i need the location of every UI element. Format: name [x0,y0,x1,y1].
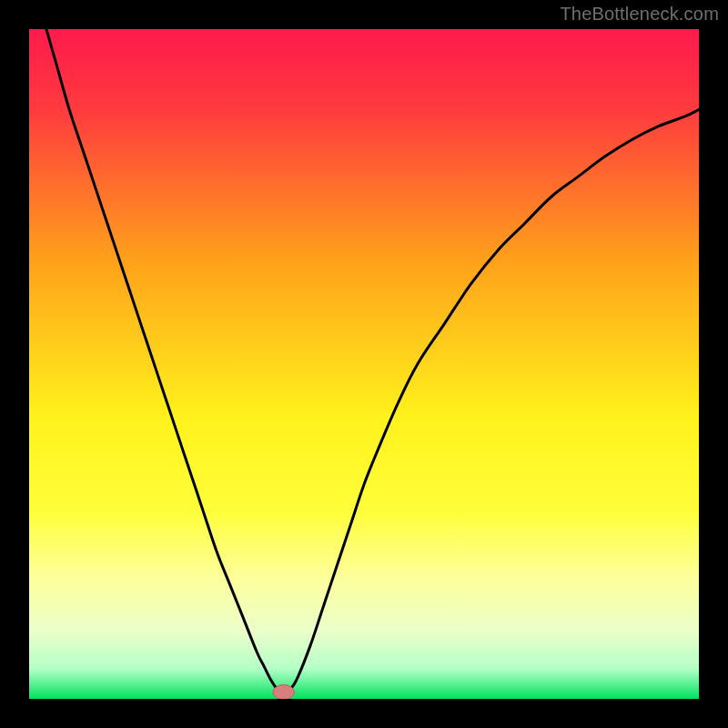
gradient-background [29,29,699,699]
plot-area [29,29,699,699]
optimal-point-marker [273,685,295,699]
attribution-watermark: TheBottleneck.com [560,4,719,25]
chart-frame: TheBottleneck.com [0,0,728,728]
chart-svg [29,29,699,699]
